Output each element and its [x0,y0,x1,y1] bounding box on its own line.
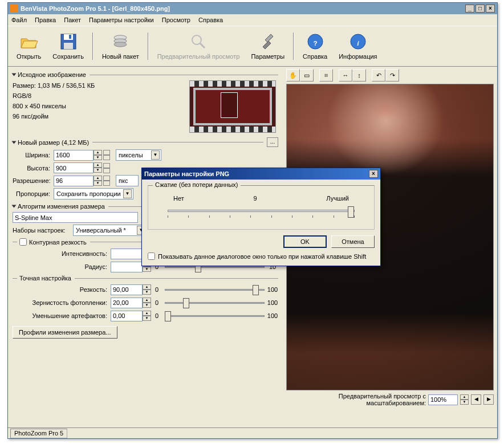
link-up-icon[interactable] [103,163,110,168]
link-up-icon[interactable] [103,176,110,181]
menu-help[interactable]: Справка [198,17,223,23]
spin-down-icon[interactable]: ▼ [143,267,151,272]
grain-input[interactable]: ▲▼ [111,298,151,308]
sharp-slider[interactable] [165,284,265,295]
compression-slider[interactable] [168,205,355,220]
intensity-field [111,249,143,259]
separator [92,32,94,60]
menu-view[interactable]: Просмотр [162,17,190,23]
cancel-button[interactable]: Отмена [331,235,375,248]
newsize-more-button[interactable]: ... [267,137,278,147]
contour-checkbox[interactable] [19,238,27,246]
spin-up-icon[interactable]: ▲ [94,176,102,181]
presets-combo[interactable]: Универсальный *▼ [73,225,147,236]
flip-h-button[interactable]: ↔ [339,69,352,82]
crop-icon: ⌗ [324,72,328,79]
menu-batch[interactable]: Пакет [64,17,81,23]
spin-up-icon[interactable]: ▲ [143,311,151,316]
height-field[interactable] [54,162,94,173]
folder-open-icon [20,32,38,51]
help-button[interactable]: ? Справка [298,29,332,63]
close-button[interactable]: × [486,5,495,13]
slider-thumb[interactable] [253,285,259,295]
width-input[interactable]: ▲▼ [54,150,102,161]
crop-tool-button[interactable]: ⌗ [319,69,333,82]
grain-field[interactable] [111,298,143,308]
spin-down-icon[interactable]: ▼ [94,168,102,173]
resolution-input[interactable]: ▲▼ [54,176,102,186]
maximize-button[interactable]: □ [475,5,485,13]
spin-down-icon[interactable]: ▼ [94,181,102,186]
slider-thumb[interactable] [165,311,171,321]
sharp-input[interactable]: ▲▼ [111,284,151,295]
minimize-button[interactable]: _ [465,5,474,13]
artifact-field[interactable] [111,311,143,321]
spin-down-icon[interactable]: ▼ [143,290,151,295]
collapse-icon[interactable] [12,141,17,144]
profiles-button[interactable]: Профили изменения размера... [13,326,117,339]
spin-up-icon[interactable]: ▲ [94,150,102,155]
height-input[interactable]: ▲▼ [54,162,102,173]
link-up-icon[interactable] [103,150,110,155]
zoom-field[interactable] [428,394,458,405]
thumbnail-selection[interactable] [221,92,238,118]
grain-slider[interactable] [165,297,265,308]
info-button[interactable]: i Информация [334,29,382,63]
menu-file[interactable]: Файл [11,17,27,23]
menu-edit[interactable]: Правка [35,17,56,23]
unit-value: пикселы [119,152,143,158]
hand-tool-button[interactable]: ✋ [286,69,300,82]
marquee-icon: ▭ [304,72,310,79]
res-unit-combo[interactable]: пкс [116,175,139,186]
rotate-ccw-button[interactable]: ↶ [372,69,385,82]
collapse-icon[interactable] [12,74,17,76]
menu-settings[interactable]: Параметры настройки [89,17,154,23]
artifact-slider[interactable] [165,310,265,321]
link-down-icon[interactable] [103,181,110,186]
save-button[interactable]: Сохранить [47,29,89,63]
params-button[interactable]: Параметры [246,29,290,63]
collapse-icon[interactable] [12,205,17,208]
spin-down-icon[interactable]: ▼ [94,155,102,160]
zoom-prev-button[interactable]: ◀ [471,394,481,405]
save-label: Сохранить [52,53,84,60]
artifact-input[interactable]: ▲▼ [111,311,151,321]
spin-up-icon[interactable]: ▲ [94,162,102,168]
link-down-icon[interactable] [103,155,110,160]
slider-thumb[interactable] [348,206,354,218]
grain-min: 0 [151,299,162,306]
info-label: Информация [339,53,377,60]
slider-thumb[interactable] [183,298,189,308]
ok-button[interactable]: OK [283,235,327,248]
zoom-next-button[interactable]: ▶ [483,394,494,405]
src-mode: RGB/8 [13,91,189,101]
unit-combo[interactable]: пикселы▼ [116,149,161,161]
rotate-cw-button[interactable]: ↷ [385,69,399,82]
preview-button[interactable]: Предварительный просмотр [152,29,245,63]
wrench-icon [259,32,277,51]
spin-down-icon[interactable]: ▼ [143,303,151,308]
spin-down-icon[interactable]: ▼ [460,400,469,405]
spin-up-icon[interactable]: ▲ [143,284,151,290]
proportions-label: Пропорции: [13,190,50,197]
spin-down-icon[interactable]: ▼ [143,316,151,321]
link-down-icon[interactable] [103,168,110,173]
marquee-tool-button[interactable]: ▭ [300,69,314,82]
thumbnail[interactable] [189,80,276,133]
method-field[interactable] [13,212,138,223]
shift-checkbox[interactable] [148,252,155,260]
spin-up-icon[interactable]: ▲ [460,394,469,400]
spin-up-icon[interactable]: ▲ [143,298,151,303]
dialog-close-button[interactable]: × [369,170,378,178]
width-field[interactable] [54,150,94,161]
sharp-field[interactable] [111,284,143,295]
open-button[interactable]: Открыть [11,29,46,63]
zoom-bar: Предварительный просмотр с масштабирован… [286,393,494,406]
resolution-field[interactable] [54,176,94,186]
batch-button[interactable]: Новый пакет [97,29,144,63]
proportions-combo[interactable]: Сохранить пропорции▼ [54,188,133,199]
separator [148,32,149,60]
zoom-label: Предварительный просмотр с масштабирован… [286,393,426,406]
rotate-cw-icon: ↷ [390,72,395,79]
flip-v-button[interactable]: ↕ [352,69,366,82]
